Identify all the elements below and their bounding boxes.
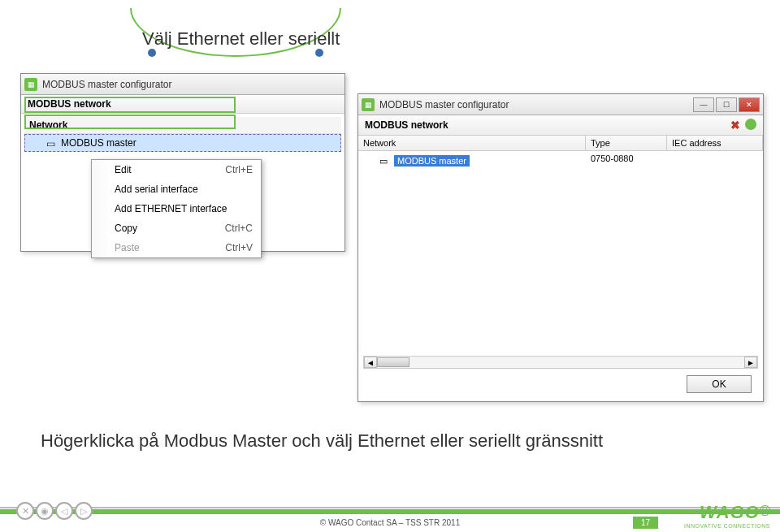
ok-button[interactable]: OK — [687, 375, 752, 393]
add-icon[interactable] — [745, 119, 756, 130]
nav-cancel-icon[interactable]: ✕ — [16, 502, 34, 520]
menu-add-ethernet[interactable]: Add ETHERNET interface — [92, 199, 261, 218]
brand-text: WAGO — [700, 502, 760, 522]
left-titlebar[interactable]: ▦ MODBUS master configurator — [21, 74, 344, 95]
nav-home-icon[interactable]: ◉ — [36, 502, 54, 520]
menu-edit-shortcut: Ctrl+E — [225, 164, 253, 175]
left-col-network: Network — [24, 117, 341, 134]
left-master-label: MODBUS master — [61, 137, 136, 149]
menu-copy-shortcut: Ctrl+C — [225, 223, 253, 234]
footer: ✕ ◉ ◁ ▷ © WAGO Contact SA – TSS STR 2011… — [0, 493, 780, 532]
page-number: 17 — [633, 517, 658, 529]
right-panel-label: MODBUS network — [365, 119, 448, 131]
footer-copyright: © WAGO Contact SA – TSS STR 2011 — [0, 518, 780, 527]
scroll-thumb[interactable] — [377, 357, 410, 367]
scroll-left-icon[interactable]: ◄ — [364, 357, 377, 368]
app-icon: ▦ — [362, 98, 375, 111]
left-title-text: MODBUS master configurator — [42, 79, 341, 90]
delete-icon[interactable]: ✖ — [730, 119, 740, 132]
close-button[interactable]: ✕ — [739, 97, 760, 112]
menu-copy[interactable]: Copy Ctrl+C — [92, 218, 261, 238]
context-menu: Edit Ctrl+E Add serial interface Add ETH… — [91, 159, 262, 258]
col-type[interactable]: Type — [586, 136, 667, 150]
node-icon: ▭ — [46, 138, 58, 148]
menu-edit[interactable]: Edit Ctrl+E — [92, 160, 261, 179]
registered-icon: R — [760, 505, 770, 516]
maximize-button[interactable]: ☐ — [716, 97, 737, 112]
footer-nav-icons: ✕ ◉ ◁ ▷ — [16, 502, 93, 520]
nav-prev-icon[interactable]: ◁ — [55, 502, 73, 520]
left-panel-header: MODBUS network — [21, 95, 344, 114]
node-icon: ▭ — [379, 156, 391, 166]
right-titlebar[interactable]: ▦ MODBUS master configurator — ☐ ✕ — [358, 94, 763, 115]
right-cols-header: Network Type IEC address — [358, 136, 763, 151]
type-value: 0750-0880 — [586, 151, 667, 171]
wago-logo: WAGOR INNOVATIVE CONNECTIONS — [684, 502, 770, 529]
menu-paste: Paste Ctrl+V — [92, 238, 261, 257]
menu-copy-label: Copy — [115, 223, 137, 234]
left-modbus-master-row[interactable]: ▭ MODBUS master — [24, 134, 341, 152]
scroll-track[interactable] — [377, 357, 744, 368]
menu-add-serial-label: Add serial interface — [115, 184, 198, 195]
menu-add-serial[interactable]: Add serial interface — [92, 179, 261, 199]
menu-edit-label: Edit — [115, 164, 132, 175]
right-window: ▦ MODBUS master configurator — ☐ ✕ MODBU… — [358, 93, 764, 402]
right-panel-header: MODBUS network ✖ — [358, 115, 763, 136]
page-title: Välj Ethernet eller seriellt — [142, 28, 340, 50]
left-panel-label: MODBUS network — [28, 98, 111, 110]
app-icon: ▦ — [24, 78, 37, 91]
instruction-text: Högerklicka på Modbus Master och välj Et… — [41, 430, 603, 452]
menu-paste-shortcut: Ctrl+V — [225, 242, 253, 253]
minimize-button[interactable]: — — [693, 97, 714, 112]
col-network[interactable]: Network — [358, 136, 586, 150]
right-master-label: MODBUS master — [394, 155, 470, 167]
menu-add-ethernet-label: Add ETHERNET interface — [115, 203, 228, 214]
right-data-row[interactable]: ▭ MODBUS master 0750-0880 — [358, 151, 763, 171]
nav-next-icon[interactable]: ▷ — [75, 502, 93, 520]
horizontal-scrollbar[interactable]: ◄ ► — [363, 356, 758, 369]
brand-tagline: INNOVATIVE CONNECTIONS — [684, 523, 770, 529]
footer-bar — [0, 509, 780, 514]
menu-paste-label: Paste — [115, 242, 140, 253]
right-title-text: MODBUS master configurator — [379, 99, 693, 110]
scroll-right-icon[interactable]: ► — [744, 357, 757, 368]
col-iec[interactable]: IEC address — [667, 136, 763, 150]
